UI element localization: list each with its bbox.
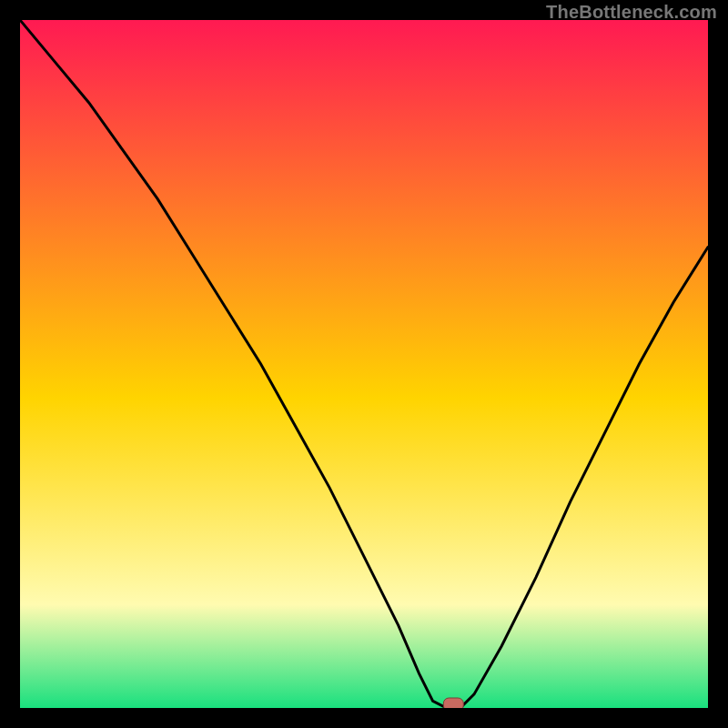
- gradient-background: [20, 20, 708, 708]
- chart-svg: [20, 20, 708, 708]
- watermark-text: TheBottleneck.com: [546, 2, 717, 23]
- chart-frame: TheBottleneck.com: [0, 0, 728, 728]
- min-bottleneck-marker: [443, 698, 463, 708]
- plot-area: [20, 20, 708, 708]
